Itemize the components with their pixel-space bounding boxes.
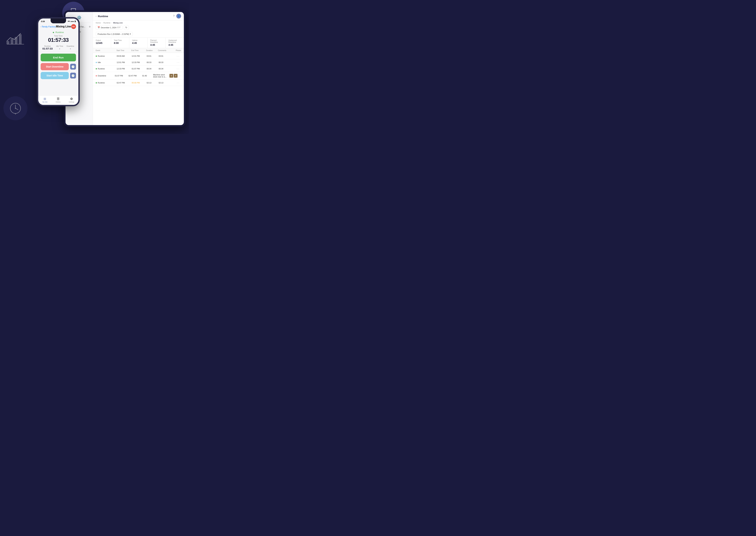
planned-downtime-label: Planned Downtime xyxy=(150,39,163,43)
duration-cell: 00:34 xyxy=(147,68,159,70)
event-cell: Idle xyxy=(96,61,117,63)
stat-total-time: Total Time 8:00 xyxy=(111,38,129,48)
phone-time-grid: Runtime 01:57:33 Idle Time - Downtime - xyxy=(38,44,78,51)
event-cell: Runtime xyxy=(96,82,117,84)
production-run-selector[interactable]: Production Run 1 (9:00AM – 2:31PM) ▾ xyxy=(96,32,133,36)
idle-col: Idle Time - xyxy=(56,45,63,50)
topbar-left: ‹ Runtime xyxy=(96,15,108,17)
end-time-cell: 12:01 PM xyxy=(132,55,147,57)
photos-cell: ··· xyxy=(177,61,181,64)
phone-notch xyxy=(51,18,66,23)
svg-rect-4 xyxy=(7,41,9,44)
start-time-cell: 02:47 PM xyxy=(117,82,131,84)
total-time-stat-label: Total Time xyxy=(114,39,126,41)
start-time-cell: 12:33 PM xyxy=(117,68,131,70)
breadcrumb-runtime[interactable]: Runtime xyxy=(103,22,110,24)
comments-cell: 00:34 xyxy=(159,68,177,70)
output-value: 12345 xyxy=(96,42,108,44)
topbar-right: ? 👤 xyxy=(173,14,181,18)
row-more-button[interactable]: ··· xyxy=(178,74,181,77)
my-site-label: My Site xyxy=(42,101,48,103)
end-time-cell: 01:07 PM xyxy=(132,68,147,70)
row-more-button[interactable]: ··· xyxy=(177,67,180,70)
event-cell: Downtime xyxy=(96,75,115,77)
wifi-icon: ▾▾ xyxy=(68,20,70,22)
date-selector-button[interactable]: 📅 December 1, 2024 EST xyxy=(96,25,123,30)
sidebar-gear-icon: ⚙ xyxy=(89,25,91,28)
comments-cell: Machine went down due to a... xyxy=(153,74,170,78)
nav-settings[interactable]: ⚙ Settings xyxy=(69,97,74,103)
phone-back-button[interactable]: ‹ Tendy Factory xyxy=(41,25,56,28)
production-run-label: Production Run 1 (9:00AM – 2:31PM) xyxy=(97,33,129,35)
downtime-col: Downtime - xyxy=(66,45,74,50)
phone-title: Mixing Line xyxy=(56,25,71,28)
photo-thumbnail[interactable]: 🖼 xyxy=(174,74,177,78)
svg-point-8 xyxy=(10,103,20,114)
planned-downtime-value: 4:45 xyxy=(150,44,163,46)
tablet-date-row: 📅 December 1, 2024 EST ↻ xyxy=(93,24,184,31)
idle-col-value: - xyxy=(56,47,63,50)
photos-cell: 🖼 🖼 ··· xyxy=(169,74,181,78)
phone-bottom-nav: ⊞ My Site ☰ History ⚙ Settings xyxy=(38,95,78,105)
topbar-avatar: 👤 xyxy=(176,14,181,18)
breadcrumb-mixing-line: Mixing Line xyxy=(113,22,123,24)
phone-header: ‹ Tendy Factory Mixing Line RA xyxy=(38,23,78,30)
downtime-dot xyxy=(96,75,97,77)
row-more-button[interactable]: ··· xyxy=(177,82,180,84)
duration-cell: 02:13 xyxy=(147,82,159,84)
unplanned-downtime-label: Unplanned Downtime xyxy=(168,39,181,43)
total-time-label: Total Time xyxy=(38,35,78,37)
phone-avatar: RA xyxy=(71,24,76,29)
tablet-breadcrumb: Home › Runtime › Mixing Line xyxy=(93,20,184,24)
event-cell: Runtime xyxy=(96,68,117,70)
idle-clock-icon[interactable]: 🕐 xyxy=(70,73,76,79)
topbar-back-button[interactable]: ‹ xyxy=(96,15,96,17)
settings-label: Settings xyxy=(69,101,74,103)
topbar-help-icon[interactable]: ? xyxy=(173,15,175,17)
tablet-topbar: ‹ Runtime ? 👤 xyxy=(93,12,184,20)
header-event: Event xyxy=(96,50,117,51)
photos-cell: ··· xyxy=(177,55,181,57)
refresh-button[interactable]: ↻ xyxy=(124,25,129,30)
back-chevron-icon: ‹ xyxy=(41,25,41,28)
start-downtime-button[interactable]: Start Downtime xyxy=(41,63,69,70)
factory-back-label: Tendy Factory xyxy=(42,25,56,28)
history-label: History xyxy=(56,101,60,103)
idle-col-label: Idle Time xyxy=(56,45,63,47)
row-more-button[interactable]: ··· xyxy=(177,55,180,57)
end-time-cell: 12:33 PM xyxy=(132,61,147,63)
phone-action-buttons: End Run Start Downtime 🕐 Start Idle Time… xyxy=(38,51,78,81)
nav-my-site[interactable]: ⊞ My Site xyxy=(42,97,48,103)
phone-runtime-status: Runtime xyxy=(38,30,78,34)
start-time-cell: 09:00 AM xyxy=(117,55,131,57)
svg-rect-7 xyxy=(19,34,21,44)
table-row: Runtime 09:00 AM 12:01 PM 03:01 03:01 ··… xyxy=(93,53,184,59)
runtime-col-value: 01:57:33 xyxy=(42,47,53,50)
runtime-status-label: Runtime xyxy=(55,31,64,34)
stat-unplanned-downtime: Unplanned Downtime 4:45 xyxy=(166,38,184,48)
table-header-row: Event Start Time End Time Duration Comme… xyxy=(93,48,184,53)
end-run-button[interactable]: End Run xyxy=(41,54,76,61)
row-more-button[interactable]: ··· xyxy=(177,61,180,64)
tablet-main-content: ‹ Runtime ? 👤 Home › Runtime › Mixing Li… xyxy=(93,12,184,125)
start-downtime-row: Start Downtime 🕐 xyxy=(41,63,76,70)
nav-history[interactable]: ☰ History xyxy=(56,97,60,103)
stat-uptime: Uptime 4:45 xyxy=(129,38,148,48)
signal-icon: ●●● xyxy=(70,20,74,22)
start-idle-button[interactable]: Start Idle Time xyxy=(41,72,69,79)
start-idle-row: Start Idle Time 🕐 xyxy=(41,72,76,79)
table-row: Runtime 12:33 PM 01:07 PM 00:34 00:34 ··… xyxy=(93,66,184,72)
breadcrumb-home[interactable]: Home xyxy=(96,22,101,24)
stat-planned-downtime: Planned Downtime 4:45 xyxy=(148,38,166,48)
idle-dot xyxy=(96,62,97,63)
svg-rect-6 xyxy=(15,37,18,44)
battery-icon: ▮ xyxy=(75,20,76,22)
phone-screen: 5:59 ▾▾ ●●● ▮ ‹ Tendy Factory Mixing Lin… xyxy=(38,18,78,105)
settings-icon: ⚙ xyxy=(70,97,73,101)
photo-thumbnail[interactable]: 🖼 xyxy=(169,74,173,78)
runtime-col-label: Runtime xyxy=(42,45,53,47)
photos-cell: ··· xyxy=(177,82,181,84)
timezone-label: EST xyxy=(117,26,121,28)
downtime-clock-icon[interactable]: 🕐 xyxy=(70,64,76,70)
tablet-screen: ⚙️ Tendrel Widget Fac... ⚙ 🏭 Site config… xyxy=(65,12,184,125)
